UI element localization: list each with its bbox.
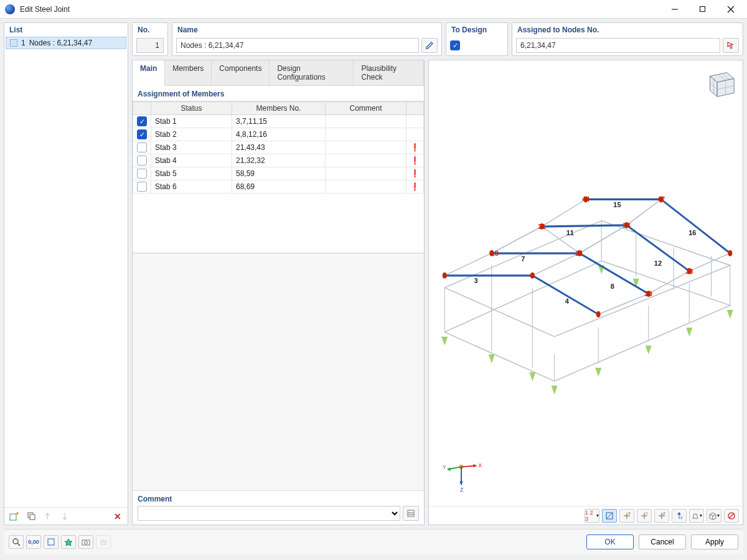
col-comment: Comment: [326, 102, 406, 115]
edit-icon: [425, 41, 434, 50]
row-comment: [326, 115, 406, 128]
new-window-button[interactable]: [44, 535, 59, 549]
ok-button[interactable]: OK: [586, 534, 634, 549]
axis-z-label: Z: [460, 487, 464, 493]
tab-components[interactable]: Components: [212, 60, 270, 85]
svg-rect-92: [101, 541, 106, 544]
list-item[interactable]: 1 Nodes : 6,21,34,47: [6, 37, 126, 49]
row-flag: ❗: [406, 167, 424, 180]
row-checkbox[interactable]: [137, 142, 147, 152]
delete-icon: ✕: [114, 511, 121, 521]
row-members: 21,32,32: [232, 154, 326, 167]
axis-gizmo-icon[interactable]: X Y Z: [440, 454, 482, 496]
close-button[interactable]: [716, 1, 745, 18]
pick-icon: [726, 41, 735, 50]
row-flag: ❗: [406, 141, 424, 154]
comment-library-button[interactable]: [403, 506, 419, 521]
view-cube-icon[interactable]: [702, 65, 738, 101]
col-status: Status: [151, 102, 232, 115]
z-up-icon: Z: [675, 511, 684, 520]
apply-button[interactable]: Apply: [691, 534, 738, 549]
tab-main[interactable]: Main: [133, 60, 165, 86]
svg-rect-1: [700, 7, 705, 12]
row-status: Stab 3: [151, 141, 232, 154]
to-design-checkbox[interactable]: ✓: [450, 40, 460, 50]
row-checkbox[interactable]: [137, 182, 147, 192]
tab-design-configurations[interactable]: Design Configurations: [270, 60, 354, 85]
svg-marker-65: [459, 482, 463, 485]
minimize-button[interactable]: [660, 1, 688, 18]
z-up-view-button[interactable]: Z: [672, 509, 687, 523]
comment-combo[interactable]: [138, 506, 400, 521]
row-checkbox[interactable]: [137, 156, 147, 166]
svg-text:Z: Z: [680, 516, 683, 520]
x-axis-icon: X: [622, 511, 631, 520]
units-tool-button[interactable]: 0,00: [26, 535, 41, 549]
tab-plausibility-check[interactable]: Plausibility Check: [354, 60, 424, 85]
assigned-field[interactable]: [516, 38, 720, 53]
row-members: 21,43,43: [232, 141, 326, 154]
table-row[interactable]: Stab 321,43,43❗: [133, 141, 424, 154]
table-row[interactable]: ✓Stab 13,7,11,15: [133, 115, 424, 128]
svg-marker-61: [473, 464, 476, 468]
svg-point-40: [489, 250, 494, 256]
list-footer: ✕: [4, 507, 128, 525]
to-design-panel: To Design ✓: [446, 22, 508, 56]
col-checkbox: [133, 102, 151, 115]
svg-line-25: [542, 226, 579, 253]
row-checkbox[interactable]: [137, 169, 147, 179]
row-status: Stab 4: [151, 154, 232, 167]
list-header: List: [4, 23, 128, 35]
maximize-button[interactable]: [688, 1, 716, 18]
svg-point-93: [102, 542, 103, 543]
sort-desc-icon: [62, 512, 71, 521]
wizard-button[interactable]: [61, 535, 76, 549]
assigned-panel: Assigned to Nodes No.: [512, 22, 743, 56]
perspective-button[interactable]: ▾: [689, 509, 704, 523]
render-mode-button[interactable]: ▾: [707, 509, 721, 523]
svg-point-49: [596, 311, 601, 317]
table-row[interactable]: Stab 668,69❗: [133, 180, 424, 194]
clip-icon: [605, 511, 614, 520]
reset-view-button[interactable]: [724, 509, 739, 523]
table-row[interactable]: Stab 421,32,32❗: [133, 154, 424, 167]
assignment-table[interactable]: Status Members No. Comment ✓Stab 13,7,11…: [133, 101, 424, 194]
tab-members[interactable]: Members: [165, 60, 212, 85]
new-item-icon: [9, 511, 19, 521]
new-item-button[interactable]: [7, 510, 22, 523]
maximize-icon: [699, 6, 706, 12]
pick-nodes-button[interactable]: [723, 38, 739, 53]
zoom-tool-button[interactable]: [9, 535, 24, 549]
list-body[interactable]: 1 Nodes : 6,21,34,47: [4, 35, 128, 507]
row-checkbox[interactable]: ✓: [137, 129, 147, 139]
cancel-button[interactable]: Cancel: [639, 534, 686, 549]
delete-button[interactable]: ✕: [110, 510, 125, 523]
row-status: Stab 6: [151, 180, 232, 194]
row-status: Stab 2: [151, 128, 232, 141]
row-checkbox[interactable]: ✓: [137, 116, 147, 126]
table-row[interactable]: Stab 558,59❗: [133, 167, 424, 180]
svg-point-87: [13, 539, 18, 544]
rename-button[interactable]: [421, 38, 438, 53]
y-axis-view-button[interactable]: Y: [637, 509, 652, 523]
to-design-label: To Design: [446, 23, 507, 35]
numbering-button[interactable]: 1 2 3▾: [585, 509, 599, 523]
clip-view-button[interactable]: [602, 509, 617, 523]
close-icon: [727, 6, 735, 13]
tab-panel: Main Members Components Design Configura…: [132, 60, 425, 525]
z-axis-view-button[interactable]: Z: [654, 509, 669, 523]
svg-point-47: [687, 268, 692, 274]
svg-point-41: [577, 250, 581, 256]
new-window-icon: [47, 538, 55, 546]
list-item-label: Nodes : 6,21,34,47: [29, 39, 92, 47]
minimize-icon: [671, 6, 679, 13]
no-label: No.: [133, 23, 167, 35]
table-row[interactable]: ✓Stab 24,8,12,16: [133, 128, 424, 141]
duplicate-button[interactable]: [24, 510, 39, 523]
name-field[interactable]: [176, 38, 419, 53]
row-status: Stab 1: [151, 115, 232, 128]
x-axis-view-button[interactable]: X: [619, 509, 634, 523]
viewport-canvas[interactable]: X Y Z 44473134182142633204151116712384: [429, 60, 743, 506]
screenshot-button[interactable]: [78, 535, 93, 549]
svg-rect-4: [10, 514, 16, 520]
